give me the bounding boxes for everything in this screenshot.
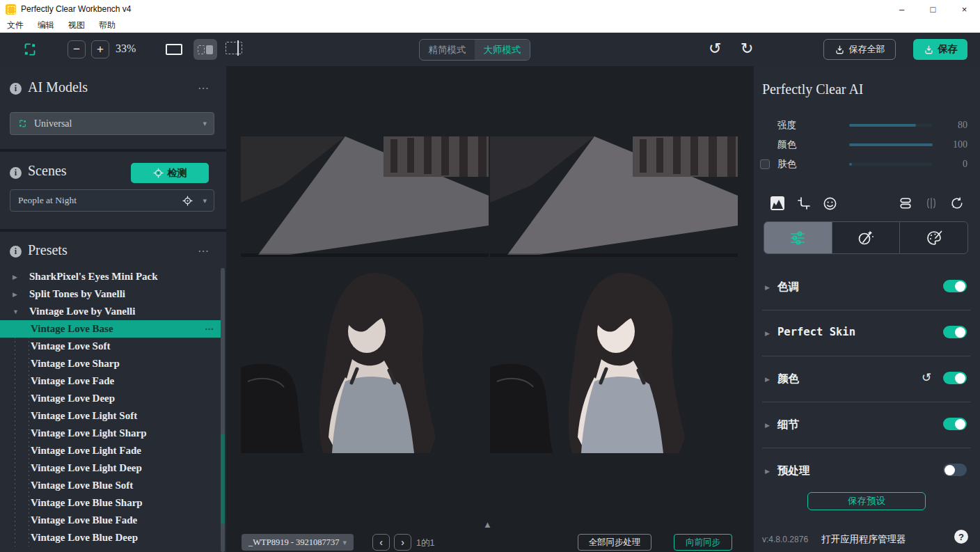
preset-item[interactable]: Vintage Love Blue Fade <box>0 512 221 529</box>
details-toggle[interactable] <box>943 418 967 430</box>
download-icon <box>924 45 934 55</box>
zoom-in-button[interactable]: + <box>91 40 109 58</box>
tab-adjustments[interactable] <box>764 222 832 253</box>
after-photo[interactable] <box>490 136 738 453</box>
menu-edit[interactable]: 编辑 <box>31 18 61 32</box>
expand-arrow-icon[interactable]: ▶ <box>765 468 770 475</box>
download-icon <box>835 45 845 55</box>
sync-forward-button[interactable]: 向前同步 <box>674 534 732 551</box>
preset-item-menu-icon[interactable]: ⋯ <box>205 324 214 335</box>
ai-models-menu-icon[interactable]: ⋯ <box>198 81 210 95</box>
preset-group-expanded[interactable]: ▼ Vintage Love by Vanelli <box>0 303 221 320</box>
section-tone[interactable]: ▶ 色调 <box>754 265 980 310</box>
expand-arrow-icon[interactable]: ▶ <box>765 376 770 383</box>
maximize-button[interactable]: □ <box>917 0 949 18</box>
tab-simple-mode[interactable]: 精简模式 <box>420 40 475 60</box>
expand-arrow-icon[interactable]: ▶ <box>765 422 770 429</box>
tone-toggle[interactable] <box>943 280 967 292</box>
sync-all-button[interactable]: 全部同步处理 <box>578 534 651 551</box>
preset-item[interactable]: Vintage Love Sharp <box>0 355 221 372</box>
single-view-icon[interactable] <box>166 44 182 55</box>
preset-item[interactable]: Vintage Love Light Deep <box>0 459 221 477</box>
color-toggle[interactable] <box>943 372 967 384</box>
section-details[interactable]: ▶ 细节 <box>754 402 980 448</box>
preset-group[interactable]: ▶ Split Tones by Vanelli <box>0 285 221 303</box>
preset-item-label: Vintage Love Light Deep <box>31 462 142 474</box>
info-icon[interactable]: i <box>10 167 22 179</box>
window-title: Perfectly Clear Workbench v4 <box>21 4 132 14</box>
expand-arrow-icon[interactable]: ▶ <box>13 274 17 281</box>
filmstrip-expand-icon[interactable]: ▲ <box>483 519 492 530</box>
scrollbar-thumb[interactable] <box>221 434 225 524</box>
zoom-out-button[interactable]: − <box>68 40 86 58</box>
collapse-arrow-icon[interactable]: ▼ <box>13 308 19 315</box>
expand-arrow-icon[interactable]: ▶ <box>13 291 17 298</box>
preset-item[interactable]: Vintage Love Soft <box>0 338 221 355</box>
scene-dropdown[interactable]: People at Night ▾ <box>10 189 214 212</box>
preset-item-selected[interactable]: Vintage Love Base ⋯ <box>0 320 221 338</box>
color-slider[interactable] <box>849 143 933 146</box>
preset-item[interactable]: Vintage Love Deep <box>0 390 221 407</box>
save-button[interactable]: 保存 <box>913 39 967 60</box>
menu-file[interactable]: 文件 <box>0 18 31 32</box>
split-view-button[interactable] <box>193 39 217 60</box>
ai-models-title: AI Models <box>28 79 88 95</box>
preset-item[interactable]: Vintage Love Light Sharp <box>0 425 221 442</box>
next-image-button[interactable]: › <box>394 534 411 551</box>
redo-icon[interactable]: ↻ <box>741 38 753 59</box>
preset-item[interactable]: Vintage Love Blue Soft <box>0 477 221 494</box>
minimize-button[interactable]: – <box>886 0 917 18</box>
crop-icon[interactable] <box>796 195 812 212</box>
before-photo[interactable] <box>241 136 489 453</box>
filename-dropdown[interactable]: _WTP8919 - 3921087737 ▾ <box>242 534 354 551</box>
skin-tone-checkbox[interactable] <box>760 159 770 169</box>
split-horizontal-icon[interactable] <box>897 195 914 212</box>
section-color[interactable]: ▶ 颜色 ↺ <box>754 356 980 402</box>
strength-slider[interactable] <box>849 124 933 127</box>
ai-model-dropdown[interactable]: Universal ▾ <box>10 112 214 135</box>
face-smiley-icon[interactable] <box>821 195 838 212</box>
close-button[interactable]: × <box>949 0 980 18</box>
info-icon[interactable]: i <box>10 246 22 258</box>
preset-item[interactable]: Vintage Love Blue Sharp <box>0 494 221 512</box>
prev-image-button[interactable]: ‹ <box>372 534 390 551</box>
tab-color-palette[interactable] <box>899 222 967 253</box>
section-label: 色调 <box>777 280 799 294</box>
menu-view[interactable]: 视图 <box>61 18 92 32</box>
preset-item-label: Vintage Love Blue Deep <box>31 532 138 544</box>
preset-item[interactable]: Vintage Love Light Soft <box>0 407 221 425</box>
section-perfect-skin[interactable]: ▶ Perfect Skin <box>754 310 980 356</box>
preset-item[interactable]: Vintage Love Fade <box>0 372 221 390</box>
sidebar-scrollbar[interactable] <box>221 268 225 552</box>
save-preset-button[interactable]: 保存预设 <box>807 492 926 510</box>
preset-item-label: Vintage Love Sharp <box>31 358 120 370</box>
histogram-icon[interactable] <box>769 195 786 212</box>
skin-slider[interactable] <box>849 163 933 166</box>
detect-button[interactable]: 检测 <box>131 163 209 183</box>
preprocess-toggle[interactable] <box>943 464 967 476</box>
slider-value: 0 <box>963 159 967 170</box>
tab-master-mode[interactable]: 大师模式 <box>475 40 530 60</box>
perfect-skin-toggle[interactable] <box>943 326 967 338</box>
tab-retouch[interactable] <box>832 222 900 253</box>
split-view-right-icon <box>206 45 213 54</box>
preset-item[interactable]: Vintage Love Light Fade <box>0 442 221 459</box>
info-icon[interactable]: i <box>10 83 22 95</box>
reset-rotate-icon[interactable] <box>949 195 965 212</box>
split-vertical-icon[interactable] <box>923 195 940 212</box>
section-preprocess[interactable]: ▶ 预处理 <box>754 448 980 494</box>
compare-view-icon[interactable] <box>226 42 242 54</box>
expand-arrow-icon[interactable]: ▶ <box>765 330 770 337</box>
open-app-manager-link[interactable]: 打开应用程序管理器 <box>821 533 906 546</box>
expand-arrow-icon[interactable]: ▶ <box>765 284 770 291</box>
preset-group-children: Vintage Love Base ⋯ Vintage Love Soft Vi… <box>0 320 221 546</box>
presets-menu-icon[interactable]: ⋯ <box>198 244 210 258</box>
menu-help[interactable]: 帮助 <box>92 18 122 32</box>
save-all-button[interactable]: 保存全部 <box>823 39 896 60</box>
help-icon[interactable]: ? <box>954 530 968 544</box>
reset-icon[interactable]: ↺ <box>922 370 931 385</box>
menu-bar: 文件 编辑 视图 帮助 <box>0 18 980 33</box>
preset-group[interactable]: ▶ SharkPixel's Eyes Mini Pack <box>0 268 221 285</box>
preset-item[interactable]: Vintage Love Blue Deep <box>0 529 221 546</box>
undo-icon[interactable]: ↺ <box>709 38 721 59</box>
